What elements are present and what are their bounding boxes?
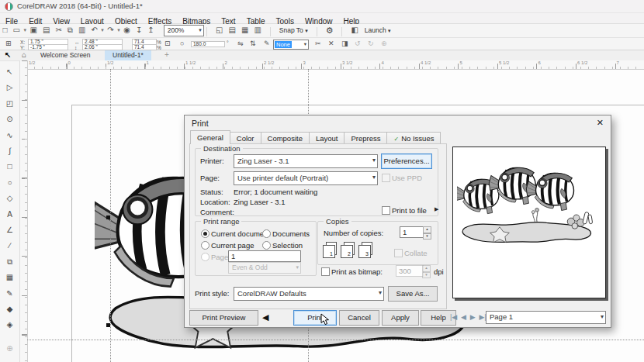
undo-icon[interactable]: ↶: [88, 24, 100, 36]
collate-checkbox[interactable]: [394, 249, 403, 257]
current-document-radio[interactable]: [201, 229, 209, 238]
new-tab-button[interactable]: +: [164, 50, 169, 59]
print-to-file-checkbox[interactable]: [382, 206, 390, 215]
new-document-icon[interactable]: □: [0, 24, 10, 36]
expand-arrow-icon[interactable]: ▶: [435, 206, 438, 212]
shadow-tool-icon[interactable]: ⧉: [0, 254, 19, 270]
link-icon[interactable]: ↺: [355, 40, 361, 47]
close-curve-icon[interactable]: ✕: [328, 40, 334, 47]
tab-welcome-screen[interactable]: Welcome Screen: [33, 50, 99, 60]
flip-vertical-icon[interactable]: ⇅: [250, 40, 256, 47]
documents-radio[interactable]: [262, 229, 271, 238]
paste-icon[interactable]: ▥: [75, 24, 88, 36]
transparency-tool-icon[interactable]: ▦: [0, 270, 19, 285]
ellipse-tool-icon[interactable]: ○: [0, 175, 19, 191]
current-page-radio[interactable]: [201, 241, 209, 250]
next-page-icon[interactable]: ▶: [470, 313, 476, 321]
selection-handle[interactable]: [106, 215, 110, 219]
polygon-tool-icon[interactable]: ◇: [0, 191, 19, 206]
bezier-tool-icon[interactable]: ∫: [0, 143, 19, 159]
import-icon[interactable]: ↧: [133, 24, 144, 36]
delete-segment-icon[interactable]: ✂: [315, 40, 321, 47]
launch-dropdown[interactable]: Launch ▾: [365, 24, 393, 37]
selection-radio[interactable]: [262, 241, 271, 250]
apply-button[interactable]: Apply: [382, 310, 419, 326]
pages-radio[interactable]: [201, 253, 209, 261]
rotation-angle-field[interactable]: 180.0: [191, 41, 225, 47]
redo-icon[interactable]: ↷: [105, 24, 116, 36]
tab-untitled-1[interactable]: Untitled-1*: [105, 50, 151, 60]
search-content-icon[interactable]: ◉: [121, 24, 133, 36]
copies-field[interactable]: 1: [400, 226, 424, 238]
y-position-field[interactable]: -1.75 ": [28, 44, 68, 50]
print-preview-button[interactable]: Print Preview: [189, 310, 258, 326]
options-gear-icon[interactable]: ⚙: [323, 24, 336, 36]
bitmap-dpi-spinner[interactable]: ▲▼: [422, 265, 431, 278]
zoom-tool-icon[interactable]: ⊙: [0, 112, 19, 127]
add-preset-icon[interactable]: ⊕: [381, 40, 387, 47]
unlink-icon[interactable]: ↻: [368, 40, 374, 47]
save-as-button[interactable]: Save As...: [388, 286, 438, 302]
edit-fill-icon[interactable]: ◨: [341, 40, 348, 47]
print-icon[interactable]: ▤: [40, 24, 52, 36]
smart-fill-tool-icon[interactable]: ◈: [0, 317, 19, 333]
add-tool-icon[interactable]: ⊕: [0, 341, 19, 357]
print-as-bitmap-checkbox[interactable]: [321, 267, 330, 276]
text-tool-icon[interactable]: A: [0, 207, 19, 222]
pick-cursor-icon: ↖: [5, 50, 11, 59]
full-screen-preview-icon[interactable]: ◱: [213, 24, 226, 36]
cut-icon[interactable]: ✂: [53, 24, 64, 36]
close-icon[interactable]: ✕: [597, 118, 604, 128]
pages-field[interactable]: 1: [228, 250, 301, 262]
export-icon[interactable]: ↥: [145, 24, 157, 36]
height-field[interactable]: 2.06 ": [82, 44, 123, 50]
copy-icon[interactable]: ⧉: [64, 24, 75, 36]
print-style-combo[interactable]: CorelDRAW Defaults▾: [234, 287, 384, 301]
lock-ratio-icon[interactable]: ⊡: [164, 40, 171, 47]
dialog-tab-layout[interactable]: Layout: [309, 132, 345, 144]
dialog-tab-general[interactable]: General: [190, 130, 230, 144]
pick-tool-icon[interactable]: ↖: [0, 64, 19, 80]
zoom-level-combo[interactable]: 200% ▾: [164, 25, 204, 36]
eyedropper-tool-icon[interactable]: ✎: [0, 286, 19, 302]
copies-spinner[interactable]: ▲▼: [423, 226, 431, 240]
vertical-ruler[interactable]: [19, 60, 28, 362]
connector-tool-icon[interactable]: ∕: [0, 238, 19, 253]
rectangle-tool-icon[interactable]: □: [0, 159, 19, 174]
interactive-fill-tool-icon[interactable]: ◆: [0, 302, 19, 317]
horizontal-ruler[interactable]: 1/201/211 1/222 1/233 1/244 1/255 1/266 …: [27, 60, 644, 70]
guideline-vertical-1[interactable]: [110, 69, 111, 362]
first-page-icon[interactable]: |◀: [450, 313, 457, 321]
dialog-tab-color[interactable]: Color: [230, 132, 261, 144]
even-odd-combo[interactable]: Even & Odd▾: [228, 262, 301, 274]
printer-combo[interactable]: Zing Laser - 3.1▾: [234, 154, 378, 168]
snap-to-dropdown[interactable]: Snap To ▾: [276, 24, 310, 37]
scale-y-field[interactable]: 71.4: [132, 44, 157, 50]
cancel-button[interactable]: Cancel: [339, 310, 379, 326]
previous-page-icon[interactable]: ◀: [461, 313, 466, 321]
use-ppd-checkbox[interactable]: [382, 174, 390, 182]
home-icon[interactable]: ⌂: [22, 50, 26, 59]
page-combo[interactable]: Use printer default (Portrait)▾: [234, 171, 378, 185]
flip-horizontal-icon[interactable]: ⇋: [237, 40, 244, 47]
guideline-horizontal[interactable]: [27, 340, 644, 340]
dialog-tab-no-issues[interactable]: ✓No Issues: [386, 132, 441, 144]
bitmap-dpi-field[interactable]: 300: [396, 265, 424, 277]
dialog-tab-prepress[interactable]: Prepress: [344, 132, 387, 144]
height-icon: ↕: [74, 45, 77, 50]
outline-width-combo[interactable]: None ▾: [273, 40, 309, 50]
freehand-tool-icon[interactable]: ∿: [0, 128, 19, 143]
open-icon[interactable]: ▭: [10, 24, 23, 36]
page-select-combo[interactable]: Page 1▾: [486, 311, 606, 324]
collapse-preview-icon[interactable]: ◀: [262, 312, 268, 322]
shape-tool-icon[interactable]: ▷: [0, 80, 19, 95]
dialog-tab-composite[interactable]: Composite: [261, 132, 310, 144]
save-icon[interactable]: ▣: [27, 24, 40, 36]
preferences-button[interactable]: Preferences...: [381, 153, 432, 169]
selection-handle[interactable]: [106, 323, 110, 327]
show-guidelines-icon[interactable]: ▥: [251, 24, 264, 36]
show-rulers-icon[interactable]: ▤: [226, 24, 238, 36]
dimension-tool-icon[interactable]: ∠: [0, 222, 19, 238]
show-grid-icon[interactable]: ▦: [239, 24, 251, 36]
crop-tool-icon[interactable]: ◰: [0, 96, 19, 112]
